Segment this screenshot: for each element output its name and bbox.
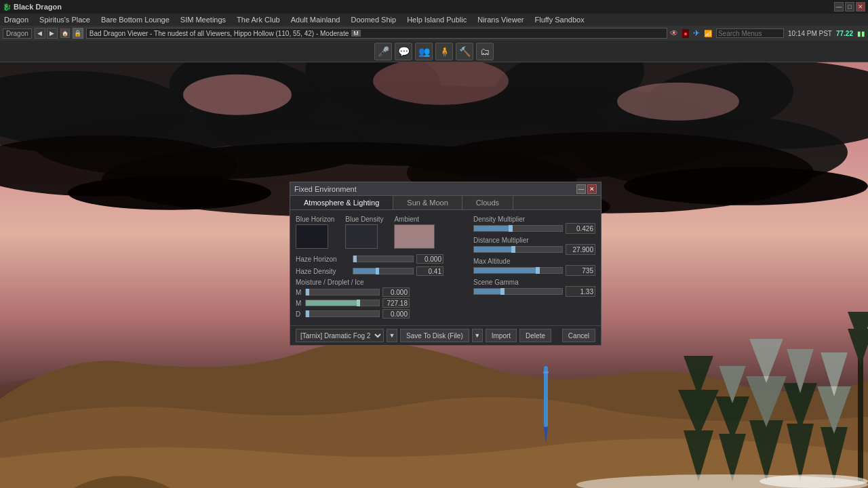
moisture-d-row: M 727.18 [296,298,468,308]
moisture-label: Moisture / Droplet / Ice [296,279,364,286]
max-altitude-slider[interactable] [473,267,563,274]
avatar-button[interactable]: 🧍 [435,43,453,60]
pen-object [536,366,556,447]
distance-multiplier-slider[interactable] [473,246,563,253]
moisture-i-value[interactable]: 0.000 [382,309,410,319]
move-icon: ✈ [693,28,700,38]
menu-bar: Dragon Spiritus's Place Bare Bottom Loun… [0,14,868,26]
mic-button[interactable]: 🎤 [374,43,392,60]
tab-atmosphere[interactable]: Atmosphere & Lighting [290,196,393,209]
addr-nav: ◀ ▶ [35,28,58,39]
menu-bare-bottom[interactable]: Bare Bottom Lounge [100,16,171,24]
addr-home-icon[interactable]: 🏠 [60,28,70,38]
haze-horizon-slider[interactable] [353,256,414,262]
preset-select[interactable]: [Tarnix] Dramatic Fog 2 [296,329,384,342]
moisture-i-slider[interactable] [305,310,380,317]
moisture-d-key: M [296,300,302,307]
svg-marker-42 [684,430,713,481]
fps-counter: 77.22 [836,30,853,37]
dialog-close-button[interactable]: ✕ [587,184,597,194]
cancel-button[interactable]: Cancel [562,329,595,342]
net-icon: 📶 [704,30,712,37]
svg-point-49 [760,474,868,488]
haze-density-label: Haze Density [296,268,350,275]
haze-density-value[interactable]: 0.41 [416,266,443,276]
max-altitude-value[interactable]: 735 [566,265,595,276]
blue-density-label: Blue Density [345,216,383,223]
density-multiplier-value[interactable]: 0.426 [566,223,595,234]
address-url-bar[interactable]: Bad Dragon Viewer - The nudest of all Vi… [86,28,667,39]
moisture-section: Moisture / Droplet / Ice M 0.000 M [296,279,468,319]
moisture-m-slider[interactable] [305,289,380,296]
app-icon: 🐉 [3,3,11,11]
minimize-button[interactable]: — [834,2,844,12]
maximize-button[interactable]: □ [845,2,854,12]
scene-gamma-value[interactable]: 1.33 [566,286,595,297]
svg-rect-53 [543,371,549,373]
menu-dragon[interactable]: Dragon [3,16,30,24]
people-button[interactable]: 👥 [415,43,433,60]
chat-button[interactable]: 💬 [395,43,412,60]
title-bar-left: 🐉 Black Dragon [3,3,62,11]
svg-marker-52 [544,427,548,444]
distance-multiplier-slider-row: 27.900 [473,244,595,255]
addr-forward-btn[interactable]: ▶ [47,28,58,39]
menu-sim-meetings[interactable]: SIM Meetings [179,16,227,24]
moisture-d-value[interactable]: 727.18 [382,298,410,308]
address-bar: Dragon ◀ ▶ 🏠 🔒 Bad Dragon Viewer - The n… [0,26,868,41]
close-button[interactable]: ✕ [856,2,865,12]
menu-ark-club[interactable]: The Ark Club [235,16,281,24]
signal-icon: ▮▮ [857,30,865,37]
addr-icons: 🏠 [60,28,70,38]
blue-density-swatch[interactable] [345,224,378,249]
inventory-button[interactable]: 🗂 [476,43,494,60]
max-altitude-label: Max Altitude [473,258,548,265]
preset-dropdown-arrow[interactable]: ▼ [387,329,397,342]
dialog-title: Fixed Environment [294,185,357,193]
moisture-i-key: D [296,310,302,318]
title-bar-controls: — □ ✕ [834,2,865,12]
dialog-minimize-button[interactable]: — [576,184,586,194]
record-icon: ● [682,29,689,38]
distance-multiplier-row: Distance Multiplier [473,237,595,244]
swatch-row: Blue Horizon Blue Density Ambient [296,216,468,249]
tab-clouds[interactable]: Clouds [462,196,513,209]
haze-horizon-row: Haze Horizon 0.000 [296,254,468,264]
content-columns: Blue Horizon Blue Density Ambient Haze H… [296,216,595,320]
delete-button[interactable]: Delete [519,329,551,342]
haze-density-row: Haze Density 0.41 [296,266,468,276]
scene-gamma-slider-row: 1.33 [473,286,595,297]
addr-back-btn[interactable]: ◀ [35,28,45,39]
build-icon: 🔨 [459,46,471,57]
menu-adult-mainland[interactable]: Adult Mainland [290,16,342,24]
people-icon: 👥 [418,46,430,57]
import-button[interactable]: Import [486,329,517,342]
menu-spiritus[interactable]: Spiritus's Place [38,16,92,24]
menu-doomed-ship[interactable]: Doomed Ship [349,16,397,24]
haze-horizon-value[interactable]: 0.000 [416,254,443,264]
density-multiplier-slider[interactable] [473,225,563,232]
save-to-disk-button[interactable]: Save To Disk (File) [400,329,469,342]
moisture-m-value[interactable]: 0.000 [382,287,410,297]
menu-nirans[interactable]: Nirans Viewer [476,16,525,24]
scene-gamma-slider[interactable] [473,288,563,295]
svg-marker-36 [746,376,787,427]
svg-rect-50 [544,366,548,427]
haze-density-slider[interactable] [353,268,414,274]
moisture-d-slider[interactable] [305,300,380,306]
addr-label: Dragon [3,28,32,39]
trees-layer [576,291,868,488]
avatar-icon: 🧍 [439,46,450,57]
menu-help-island[interactable]: Help Island Public [406,16,468,24]
search-input[interactable] [716,28,784,38]
max-altitude-slider-row: 735 [473,265,595,276]
blue-horizon-swatch[interactable] [296,224,328,249]
distance-multiplier-value[interactable]: 27.900 [566,244,595,255]
moderate-badge: M [351,30,361,37]
chat-icon: 💬 [398,46,410,57]
tab-sun-moon[interactable]: Sun & Moon [393,196,462,209]
ambient-swatch[interactable] [394,224,435,249]
save-dropdown-arrow[interactable]: ▼ [472,329,483,342]
build-button[interactable]: 🔨 [456,43,473,60]
menu-fluffy[interactable]: Fluffy Sandbox [533,16,585,24]
